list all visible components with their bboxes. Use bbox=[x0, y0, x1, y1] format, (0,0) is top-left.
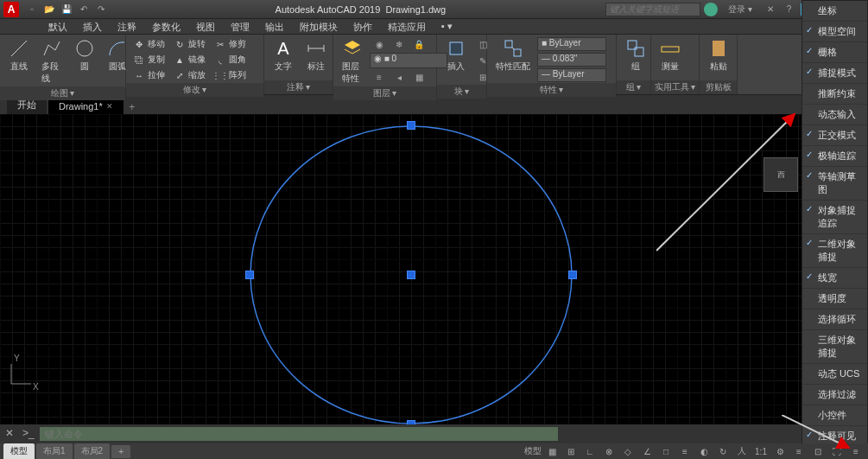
app-logo[interactable]: A bbox=[3, 2, 19, 17]
layer-props-button[interactable]: 图层特性 bbox=[337, 36, 368, 86]
status-toggle-item-4[interactable]: 推断约束 bbox=[802, 84, 867, 105]
group-button[interactable]: 组 bbox=[620, 36, 651, 74]
qat-open-icon[interactable]: 📂 bbox=[41, 3, 57, 16]
help-icon[interactable]: ? bbox=[782, 3, 797, 16]
polyline-button[interactable]: 多段线 bbox=[36, 36, 67, 86]
mirror-button[interactable]: ▲镜像 bbox=[170, 52, 209, 67]
polar-icon[interactable]: ⊗ bbox=[600, 444, 618, 458]
status-toggle-item-5[interactable]: 动态输入 bbox=[802, 105, 867, 125]
menu-icon[interactable]: ≡ bbox=[790, 444, 808, 458]
stretch-button[interactable]: ↔拉伸 bbox=[130, 67, 168, 83]
tab-collaborate[interactable]: 协作 bbox=[346, 19, 379, 34]
lwt-icon[interactable]: ≡ bbox=[676, 444, 694, 458]
help-search-input[interactable] bbox=[605, 3, 700, 16]
match-props-button[interactable]: 特性匹配 bbox=[491, 36, 535, 74]
fullscreen-icon[interactable]: ⛶ bbox=[828, 444, 846, 458]
status-toggle-item-2[interactable]: 栅格 bbox=[802, 42, 867, 63]
lineweight-selector[interactable]: — 0.083" bbox=[537, 53, 606, 67]
new-tab-button[interactable]: + bbox=[125, 100, 139, 114]
linetype-selector[interactable]: — ByLayer bbox=[537, 68, 606, 82]
layer-prev-icon[interactable]: ◂ bbox=[390, 69, 409, 85]
command-input[interactable] bbox=[40, 427, 558, 441]
layout2-tab[interactable]: 布局2 bbox=[74, 443, 111, 459]
qs-icon[interactable]: ↻ bbox=[714, 444, 732, 458]
tab-insert[interactable]: 插入 bbox=[76, 19, 109, 34]
status-toggle-item-7[interactable]: 极轴追踪 bbox=[802, 146, 867, 167]
status-toggle-item-9[interactable]: 对象捕捉追踪 bbox=[802, 201, 867, 234]
layer-match-icon[interactable]: ≡ bbox=[370, 69, 389, 85]
grip-center[interactable] bbox=[407, 271, 415, 279]
status-toggle-item-10[interactable]: 二维对象捕捉 bbox=[802, 234, 867, 268]
status-toggle-item-3[interactable]: 捕捉模式 bbox=[802, 63, 867, 84]
measure-button[interactable]: 测量 bbox=[655, 36, 686, 74]
status-toggle-item-16[interactable]: 选择过滤 bbox=[802, 385, 867, 405]
status-toggle-item-13[interactable]: 选择循环 bbox=[802, 309, 867, 330]
status-toggle-item-14[interactable]: 三维对象捕捉 bbox=[802, 330, 867, 364]
tab-more[interactable]: ▪ ▾ bbox=[434, 19, 459, 34]
paste-button[interactable]: 粘贴 bbox=[703, 36, 734, 74]
tab-view[interactable]: 视图 bbox=[189, 19, 222, 34]
infocenter-icon[interactable] bbox=[704, 3, 718, 16]
snap-icon[interactable]: ⊞ bbox=[562, 444, 580, 458]
scale-icon[interactable]: 1:1 bbox=[752, 444, 770, 458]
grip-right[interactable] bbox=[568, 271, 577, 279]
ann-icon[interactable]: 人 bbox=[733, 444, 751, 458]
status-toggle-item-17[interactable]: 小控件 bbox=[802, 405, 867, 426]
config-icon[interactable]: ⊡ bbox=[809, 444, 827, 458]
signin-button[interactable]: 登录 ▾ bbox=[721, 3, 759, 16]
qat-undo-icon[interactable]: ↶ bbox=[76, 3, 92, 16]
qat-redo-icon[interactable]: ↷ bbox=[93, 3, 109, 16]
model-tab[interactable]: 模型 bbox=[3, 443, 35, 459]
grid-icon[interactable]: ▦ bbox=[543, 444, 561, 458]
insert-block-button[interactable]: 插入 bbox=[440, 36, 472, 74]
move-button[interactable]: ✥移动 bbox=[130, 36, 168, 52]
layer-lock-icon[interactable]: 🔒 bbox=[409, 36, 428, 52]
status-toggle-item-8[interactable]: 等轴测草图 bbox=[802, 167, 867, 201]
ortho-icon[interactable]: ∟ bbox=[581, 444, 599, 458]
dimension-button[interactable]: 标注 bbox=[301, 36, 332, 74]
layout1-tab[interactable]: 布局1 bbox=[36, 443, 73, 459]
status-toggle-item-11[interactable]: 线宽 bbox=[802, 268, 867, 289]
view-cube[interactable]: 西 bbox=[763, 157, 798, 192]
tab-default[interactable]: 默认 bbox=[41, 19, 74, 34]
layer-iso-icon[interactable]: ▦ bbox=[409, 69, 428, 85]
trim-button[interactable]: ✂修剪 bbox=[211, 36, 250, 52]
tab-express[interactable]: 精选应用 bbox=[381, 19, 433, 34]
osnap-icon[interactable]: □ bbox=[657, 444, 675, 458]
exchange-icon[interactable]: ✕ bbox=[763, 3, 778, 16]
model-icon[interactable]: 模型 bbox=[524, 444, 542, 458]
drawing-canvas[interactable]: Y X 西 bbox=[0, 114, 801, 424]
tab-parametric[interactable]: 参数化 bbox=[145, 19, 187, 34]
circle-button[interactable]: 圆 bbox=[69, 36, 100, 74]
status-toggle-item-1[interactable]: 模型空间 bbox=[802, 22, 867, 42]
otrack-icon[interactable]: ∠ bbox=[638, 444, 656, 458]
qat-new-icon[interactable]: ▫ bbox=[24, 3, 40, 16]
status-toggle-item-0[interactable]: 坐标 bbox=[802, 1, 867, 22]
copy-button[interactable]: ⿻复制 bbox=[130, 52, 168, 67]
tab-output[interactable]: 输出 bbox=[258, 19, 291, 34]
add-layout-button[interactable]: + bbox=[111, 445, 130, 458]
qat-save-icon[interactable]: 💾 bbox=[59, 3, 74, 16]
tab-drawing1[interactable]: Drawing1*✕ bbox=[48, 99, 124, 114]
scale-button[interactable]: ⤢缩放 bbox=[170, 67, 209, 83]
tab-addins[interactable]: 附加模块 bbox=[293, 19, 345, 34]
cmd-close-icon[interactable]: ✕ bbox=[5, 427, 19, 441]
customize-icon[interactable]: ≡ bbox=[847, 444, 865, 458]
close-tab-icon[interactable]: ✕ bbox=[106, 102, 113, 111]
grip-left[interactable] bbox=[245, 271, 254, 279]
line-button[interactable]: 直线 bbox=[3, 36, 35, 74]
status-toggle-item-15[interactable]: 动态 UCS bbox=[802, 364, 867, 385]
status-toggle-item-12[interactable]: 透明度 bbox=[802, 289, 867, 309]
tab-annotate[interactable]: 注释 bbox=[111, 19, 143, 34]
isodraft-icon[interactable]: ◇ bbox=[619, 444, 637, 458]
fillet-button[interactable]: ◟圆角 bbox=[211, 52, 250, 67]
layer-freeze-icon[interactable]: ❄ bbox=[390, 36, 409, 52]
tab-manage[interactable]: 管理 bbox=[224, 19, 257, 34]
text-button[interactable]: A文字 bbox=[268, 36, 299, 74]
tpy-icon[interactable]: ◐ bbox=[695, 444, 713, 458]
ws-icon[interactable]: ⚙ bbox=[771, 444, 789, 458]
array-button[interactable]: ⋮⋮阵列 bbox=[211, 67, 250, 83]
grip-top[interactable] bbox=[407, 121, 415, 130]
rotate-button[interactable]: ↻旋转 bbox=[170, 36, 209, 52]
status-toggle-item-6[interactable]: 正交模式 bbox=[802, 125, 867, 146]
